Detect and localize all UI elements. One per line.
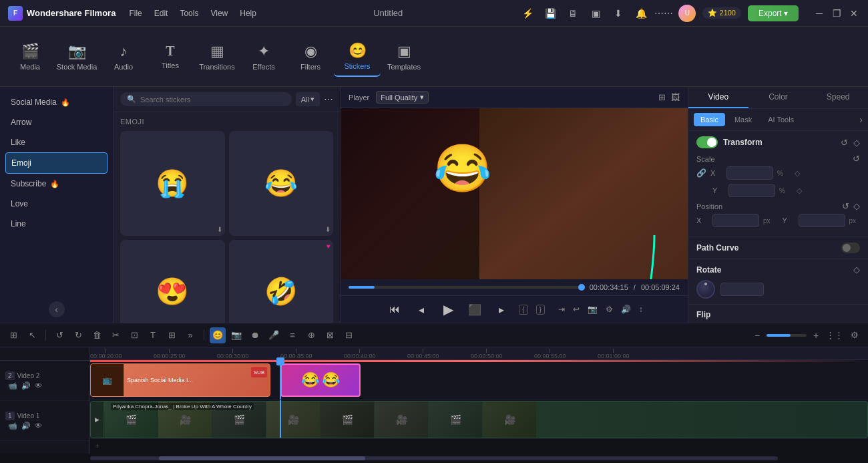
toolbar-stock-media[interactable]: 📷 Stock Media [53,37,100,76]
frame-forward-button[interactable]: ▸ [492,300,511,319]
zoom-in-button[interactable]: + [809,329,823,342]
tl-settings-button[interactable]: ⚙ [847,327,863,343]
topbar-icon-5[interactable]: ⬇ [610,5,626,21]
extra-ctrl-5[interactable]: 🔊 [621,305,631,314]
tl-resize-button[interactable]: ⊞ [164,327,180,343]
position-reset-icon[interactable]: ↺ [842,201,849,211]
mark-in-button[interactable]: { [519,305,527,315]
transform-toggle[interactable] [696,136,718,148]
emoji-clip[interactable]: 😂 😂 [280,363,361,397]
pos-y-input[interactable]: 264.85 [799,214,845,227]
sticker-item-1[interactable]: 😭 ⬇ [120,131,225,236]
track1-eye-icon[interactable]: 👁 [35,422,42,430]
tl-mic-button[interactable]: 🎤 [266,327,282,343]
horizontal-scrollbar[interactable] [90,456,778,460]
scale-y-diamond[interactable]: ◇ [797,186,802,195]
scale-x-input[interactable]: 31.30 [726,166,773,180]
scale-y-input[interactable]: 31.30 [728,184,775,197]
tl-record-button[interactable]: ⏺ [247,327,263,343]
toolbar-transitions[interactable]: ▦ Transitions [194,37,240,76]
subtab-ai-tools[interactable]: AI Tools [761,113,801,126]
subtab-mask[interactable]: Mask [728,113,758,126]
tl-add-track[interactable]: ⊕ [303,327,319,343]
track2-camera-icon[interactable]: 📹 [8,381,17,390]
sidebar-item-emoji[interactable]: Emoji [5,152,107,174]
tl-extra-1[interactable]: ⊠ [322,327,338,343]
export-button[interactable]: Export ▾ [748,5,799,21]
menu-tools[interactable]: Tools [180,9,198,18]
social-media-clip[interactable]: 📺 Spanish Social Media I... SUB [90,363,270,397]
track2-audio-icon[interactable]: 🔊 [21,381,31,390]
menu-view[interactable]: View [210,9,228,18]
topbar-icon-6[interactable]: 🔔 [633,5,649,21]
subtabs-more-icon[interactable]: › [859,114,863,125]
quality-select[interactable]: Full Quality ▾ [376,91,429,104]
tl-delete-button[interactable]: 🗑 [89,327,105,343]
menu-edit[interactable]: Edit [154,9,168,18]
track2-eye-icon[interactable]: 👁 [35,381,42,390]
rotate-diamond-icon[interactable]: ◇ [853,265,860,275]
progress-track[interactable] [349,286,584,289]
sidebar-item-line[interactable]: Line [0,214,113,234]
tl-grid-button[interactable]: ⋮⋮ [827,327,843,343]
tab-video[interactable]: Video [688,87,748,108]
skip-back-button[interactable]: ⏮ [385,300,404,319]
toolbar-audio[interactable]: ♪ Audio [100,37,147,76]
extra-ctrl-3[interactable]: 📷 [588,305,598,314]
tl-snapshot-button[interactable]: 📷 [228,327,244,343]
track1-audio-icon[interactable]: 🔊 [21,422,31,430]
close-button[interactable]: ✕ [848,7,860,19]
tl-layout-button[interactable]: ⊞ [5,327,21,343]
pos-x-input[interactable]: -306.92 [712,214,759,227]
scale-lock-icon[interactable]: 🔗 [696,168,706,178]
toolbar-effects[interactable]: ✦ Effects [240,37,287,76]
coins-badge[interactable]: ⭐ 2100 [702,7,741,19]
toolbar-stickers[interactable]: 😊 Stickers [334,37,381,77]
sidebar-item-subscribe[interactable]: Subscribe 🔥 [0,174,113,194]
topbar-icon-1[interactable]: ⚡ [519,5,535,21]
play-button[interactable]: ▶ [439,300,457,319]
sidebar-item-like[interactable]: Like [0,132,113,152]
sticker-item-2[interactable]: 😂 ⬇ [229,131,334,236]
tl-cut-button[interactable]: ✂ [107,327,124,343]
topbar-icon-3[interactable]: 🖥 [565,5,581,21]
zoom-slider[interactable] [767,334,807,337]
toolbar-templates[interactable]: ▣ Templates [381,37,427,76]
position-diamond-icon[interactable]: ◇ [853,201,860,211]
topbar-icon-2[interactable]: 💾 [542,5,558,21]
tab-speed[interactable]: Speed [808,87,868,108]
maximize-button[interactable]: ❐ [831,7,843,19]
sticker-item-3[interactable]: 😍 + [120,240,225,323]
extra-ctrl-6[interactable]: ↕ [639,305,643,314]
more-options-button[interactable]: ⋯ [324,94,333,105]
sidebar-item-arrow[interactable]: Arrow [0,112,113,132]
tl-sticker-active[interactable]: 😊 [210,327,226,343]
stop-button[interactable]: ⬛ [465,300,484,319]
extra-ctrl-2[interactable]: ↩ [573,305,580,314]
collapse-panel-button[interactable]: ‹ [49,301,65,317]
mark-out-button[interactable]: } [536,305,545,315]
filter-button[interactable]: All ▾ [296,92,320,106]
rotate-input[interactable]: 0.00° [720,283,764,296]
sidebar-item-love[interactable]: Love [0,194,113,214]
tl-extra-2[interactable]: ⊟ [341,327,357,343]
user-avatar[interactable]: U [678,5,696,22]
menu-help[interactable]: Help [240,9,256,18]
path-curve-toggle[interactable] [841,243,860,253]
topbar-icon-4[interactable]: ▣ [588,5,604,21]
sidebar-item-social-media[interactable]: Social Media 🔥 [0,92,113,112]
sticker-item-4[interactable]: 🤣 ♥ [229,240,334,323]
toolbar-media[interactable]: 🎬 Media [7,37,53,76]
extra-ctrl-4[interactable]: ⚙ [606,305,613,314]
menu-file[interactable]: File [129,9,142,18]
rotate-wheel[interactable] [696,280,715,299]
toolbar-titles[interactable]: T Titles [147,38,194,75]
scale-x-diamond[interactable]: ◇ [795,169,800,178]
minimize-button[interactable]: ─ [813,7,825,19]
screenshot-icon[interactable]: 🖼 [671,92,680,102]
zoom-out-button[interactable]: − [750,329,764,342]
transform-diamond-icon[interactable]: ◇ [853,138,860,148]
scale-reset-icon[interactable]: ↺ [853,154,860,164]
grid-view-icon[interactable]: ⊞ [658,92,666,102]
tab-color[interactable]: Color [748,87,809,108]
